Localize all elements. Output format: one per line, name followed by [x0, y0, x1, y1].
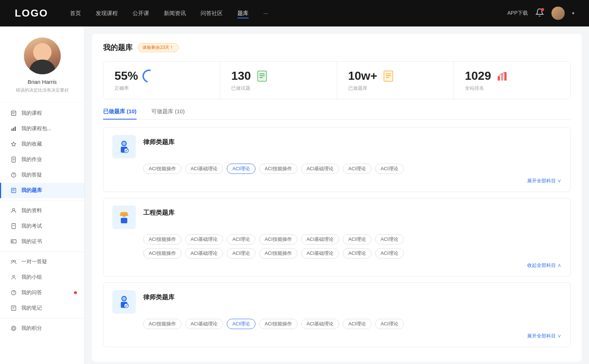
- sidebar: Brian Harris 错误的决定比没有决定要好 我的课程 我的课程包...: [0, 26, 85, 364]
- tag-eng1-5[interactable]: ACI理论: [343, 234, 371, 245]
- notification-bell[interactable]: [535, 8, 544, 18]
- sidebar-label-my-notes: 我的笔记: [21, 305, 42, 311]
- tag-eng1-2[interactable]: ACI理论: [227, 234, 255, 245]
- tag-eng1-extra-3[interactable]: ACI技能操作: [259, 248, 297, 258]
- svg-rect-4: [13, 128, 14, 131]
- tag-eng1-extra-5[interactable]: ACI理论: [343, 248, 371, 258]
- tag-eng1-0[interactable]: ACI技能操作: [143, 234, 181, 245]
- stat-questions-done: 130 已做试题: [220, 62, 337, 99]
- lawyer-icon-2: [112, 290, 136, 314]
- groups-icon: [10, 274, 17, 281]
- sidebar-item-my-qa[interactable]: ? 我的答疑: [0, 167, 84, 183]
- sidebar-item-my-questions[interactable]: 我的题库: [0, 183, 84, 198]
- profile-name: Brian Harris: [28, 79, 57, 85]
- app-download-button[interactable]: APP下载: [507, 10, 528, 17]
- exams-icon: [10, 223, 17, 229]
- sidebar-item-my-answers[interactable]: ? 我的问答: [0, 285, 84, 300]
- user-avatar[interactable]: [551, 7, 565, 20]
- accuracy-circle-icon: [140, 67, 158, 85]
- page-title: 我的题库: [103, 43, 133, 53]
- tag-lawyer1-4[interactable]: ACI基础理论: [301, 164, 339, 174]
- sidebar-item-my-profile[interactable]: 我的资料: [0, 203, 84, 218]
- tag-lawyer2-1[interactable]: ACI基础理论: [185, 319, 223, 329]
- nav-more[interactable]: ···: [263, 10, 268, 17]
- tab-done-banks[interactable]: 已做题库 (10): [103, 108, 137, 119]
- content-inner: 我的题库 体验剩余23天！ 55% 正确率 130: [92, 34, 582, 362]
- sidebar-divider-2: [0, 251, 84, 252]
- sidebar-divider-1: [0, 200, 84, 201]
- stat-questions-top: 130: [231, 69, 325, 83]
- svg-rect-0: [11, 111, 16, 115]
- tag-lawyer2-3[interactable]: ACI技能操作: [259, 319, 297, 329]
- content-area: 我的题库 体验剩余23天！ 55% 正确率 130: [85, 26, 589, 364]
- svg-rect-5: [15, 126, 16, 131]
- favorites-icon: [10, 141, 17, 147]
- svg-point-28: [13, 327, 15, 329]
- stat-accuracy: 55% 正确率: [103, 62, 220, 99]
- sidebar-label-my-favorites: 我的收藏: [21, 141, 42, 147]
- stat-rank-top: 1029: [465, 69, 559, 83]
- sidebar-item-my-certs[interactable]: 我的证书: [0, 234, 84, 249]
- expand-lawyer-1[interactable]: 展开全部科目 ∨: [112, 178, 561, 184]
- tag-eng1-extra-0[interactable]: ACI技能操作: [143, 248, 181, 258]
- nav-news[interactable]: 新闻资讯: [164, 10, 186, 17]
- tag-eng1-1[interactable]: ACI基础理论: [185, 234, 223, 245]
- tag-eng1-6[interactable]: ACI理论: [375, 234, 404, 245]
- sidebar-item-my-points[interactable]: 我的积分: [0, 321, 84, 336]
- sidebar-item-my-favorites[interactable]: 我的收藏: [0, 136, 84, 152]
- qbank-title-engineer-1: 工程类题库: [143, 208, 174, 217]
- profile-avatar: [24, 38, 61, 74]
- tag-lawyer2-2[interactable]: ACI理论: [227, 319, 255, 329]
- nav-questionbank[interactable]: 题库: [237, 10, 248, 17]
- sidebar-item-my-groups[interactable]: 我的小组: [0, 270, 84, 285]
- tag-eng1-extra-1[interactable]: ACI基础理论: [185, 248, 223, 258]
- sidebar-item-my-packages[interactable]: 我的课程包...: [0, 121, 84, 136]
- tag-lawyer2-6[interactable]: ACI理论: [375, 319, 404, 329]
- svg-rect-6: [12, 157, 15, 162]
- nav-discover[interactable]: 发现课程: [96, 10, 118, 17]
- svg-point-54: [124, 303, 128, 308]
- tag-eng1-extra-2[interactable]: ACI理论: [227, 248, 255, 258]
- collapse-engineer-1[interactable]: 收起全部科目 ∧: [112, 262, 561, 269]
- tag-lawyer1-5[interactable]: ACI理论: [343, 164, 371, 174]
- sidebar-menu: 我的课程 我的课程包... 我的收藏 我的作业: [0, 106, 84, 336]
- tag-eng1-extra-4[interactable]: ACI基础理论: [301, 248, 339, 258]
- qbank-card-header-lawyer-1: 律师类题库: [112, 135, 561, 158]
- tag-eng1-extra-6[interactable]: ACI理论: [375, 248, 404, 258]
- nav-qa[interactable]: 问答社区: [201, 10, 223, 17]
- packages-icon: [10, 125, 17, 132]
- tag-lawyer2-0[interactable]: ACI技能操作: [143, 319, 181, 329]
- nav-links: 首页 发现课程 公开课 新闻资讯 问答社区 题库 ···: [70, 10, 507, 17]
- tag-lawyer2-4[interactable]: ACI基础理论: [301, 319, 339, 329]
- sidebar-item-my-courses[interactable]: 我的课程: [0, 106, 84, 121]
- tag-eng1-4[interactable]: ACI基础理论: [301, 234, 339, 245]
- stat-banks-label: 已做题库: [348, 85, 442, 92]
- nav-right: APP下载 ▾: [507, 7, 574, 20]
- profile-icon: [10, 207, 17, 214]
- sidebar-label-my-profile: 我的资料: [21, 207, 42, 214]
- answers-icon: ?: [10, 289, 17, 296]
- stat-banks-value: 10w+: [348, 69, 377, 83]
- tag-lawyer2-5[interactable]: ACI理论: [343, 319, 371, 329]
- expand-lawyer-2[interactable]: 展开全部科目 ∨: [112, 333, 561, 339]
- svg-point-21: [13, 275, 15, 277]
- nav-home[interactable]: 首页: [70, 10, 81, 17]
- qbank-tags-lawyer-2: ACI技能操作 ACI基础理论 ACI理论 ACI技能操作 ACI基础理论 AC…: [143, 319, 561, 329]
- tag-lawyer1-1[interactable]: ACI基础理论: [185, 164, 223, 174]
- sidebar-item-one-on-one[interactable]: 一对一答疑: [0, 254, 84, 270]
- qbank-title-lawyer-2: 律师类题库: [143, 293, 174, 301]
- tag-eng1-3[interactable]: ACI技能操作: [259, 234, 297, 245]
- svg-rect-15: [12, 224, 15, 229]
- stat-banks-top: 10w+: [348, 69, 442, 83]
- banks-doc-icon: [382, 69, 395, 83]
- user-dropdown-arrow[interactable]: ▾: [572, 11, 574, 16]
- tag-lawyer1-2[interactable]: ACI理论: [227, 164, 255, 174]
- sidebar-item-my-homework[interactable]: 我的作业: [0, 152, 84, 167]
- sidebar-item-my-exams[interactable]: 我的考试: [0, 218, 84, 234]
- tab-available-banks[interactable]: 可做题库 (10): [151, 108, 185, 119]
- sidebar-item-my-notes[interactable]: 我的笔记: [0, 300, 84, 316]
- tag-lawyer1-0[interactable]: ACI技能操作: [143, 164, 181, 174]
- nav-opencourse[interactable]: 公开课: [133, 10, 149, 17]
- tag-lawyer1-3[interactable]: ACI技能操作: [259, 164, 297, 174]
- tag-lawyer1-6[interactable]: ACI理论: [375, 164, 404, 174]
